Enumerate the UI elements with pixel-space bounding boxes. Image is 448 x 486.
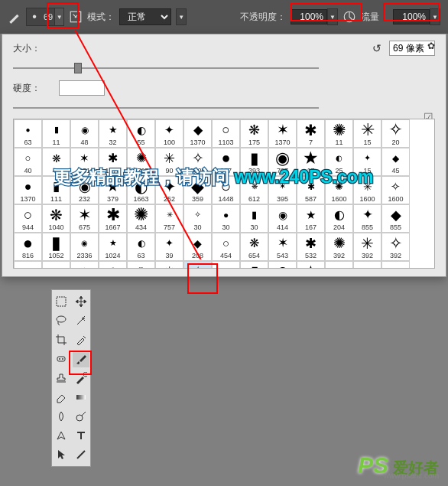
history-brush-tool-icon[interactable] (73, 370, 89, 387)
options-bar: • 69 ▼ 模式： 正常 ▼ 不透明度： ▼ 流量： ▼ (0, 0, 448, 34)
svg-point-4 (57, 316, 66, 322)
brush-preset[interactable]: ●300 (212, 261, 240, 269)
eraser-tool-icon[interactable] (53, 389, 70, 406)
brush-preset[interactable]: ❋654 (240, 233, 268, 261)
dodge-tool-icon[interactable] (73, 408, 89, 425)
brush-preset[interactable]: ❋1040 (42, 204, 70, 233)
wand-tool-icon[interactable] (73, 312, 89, 329)
brush-preset[interactable]: ◐204 (325, 204, 353, 233)
tools-palette (51, 289, 91, 467)
pressure-opacity-icon[interactable] (342, 10, 356, 24)
brush-preset[interactable]: ◉549 (268, 261, 297, 269)
brush-preset[interactable]: ▮30 (240, 204, 268, 233)
brush-preset[interactable]: ★167 (297, 204, 325, 233)
reset-size-icon[interactable]: ↺ (372, 42, 381, 54)
stamp-tool-icon[interactable] (53, 370, 70, 387)
brush-preset[interactable]: ✺376 (127, 261, 155, 269)
brush-preset[interactable]: ●1370 (14, 176, 42, 204)
opacity-input[interactable] (291, 9, 327, 24)
brush-preset[interactable]: ✺11 (325, 119, 353, 148)
brush-tip-icon: • (27, 8, 42, 25)
brush-preset[interactable]: ✳392 (353, 233, 381, 261)
brush-picker-dropdown[interactable]: ▼ (54, 8, 63, 25)
brush-preset[interactable]: ❋344 (42, 261, 70, 269)
brush-preset[interactable]: ▮1052 (42, 233, 70, 261)
flow-input[interactable] (393, 9, 430, 24)
blend-mode-select[interactable]: 正常 (119, 8, 171, 25)
brush-preset[interactable] (325, 261, 353, 269)
brush-preset[interactable]: ✧20 (381, 119, 410, 148)
brush-panel-toggle-icon[interactable] (69, 10, 83, 24)
brush-preset[interactable]: ✶1370 (268, 119, 297, 148)
brush-preset[interactable]: ✳1024 (155, 261, 183, 269)
type-tool-icon[interactable] (73, 427, 89, 444)
brush-preset[interactable]: ✧69 (183, 261, 212, 269)
path-select-tool-icon[interactable] (53, 446, 70, 463)
mode-extra-dropdown[interactable]: ▼ (176, 8, 187, 25)
pen-tool-icon[interactable] (53, 427, 70, 444)
brush-preset[interactable]: ❋175 (240, 119, 268, 148)
brush-preset[interactable]: ◆45 (381, 148, 410, 176)
brush-preset[interactable]: ●816 (14, 233, 42, 261)
patch-tool-icon[interactable] (53, 351, 70, 367)
brush-preset[interactable]: ✶543 (268, 233, 297, 261)
svg-rect-8 (76, 395, 86, 400)
svg-rect-3 (57, 297, 66, 306)
brush-preset[interactable]: ◆855 (381, 204, 410, 233)
brush-preset[interactable]: ◉414 (268, 204, 297, 233)
panel-menu-icon[interactable]: ✿ (427, 41, 435, 51)
watermark-psahz: PS 爱好者 www.psahz.com (358, 452, 439, 478)
opacity-label: 不透明度： (240, 11, 286, 24)
svg-point-7 (62, 358, 63, 360)
brush-size-display: 69 (42, 12, 54, 21)
brush-preset[interactable]: ○40 (14, 148, 42, 176)
brush-picker-panel: 大小： ↺ ✿ 硬度： ☑ ●63▮11◉48★32◐55✦100◆1370○1… (2, 34, 446, 277)
brush-tool-icon[interactable] (73, 351, 89, 367)
brush-preset[interactable]: ○1103 (212, 119, 240, 148)
opacity-dropdown[interactable]: ▼ (327, 8, 338, 25)
brush-preset[interactable] (381, 261, 410, 269)
lasso-tool-icon[interactable] (53, 312, 70, 329)
brush-preset[interactable]: ✱7 (297, 119, 325, 148)
brush-preset[interactable]: ✱312 (99, 261, 127, 269)
brush-preset[interactable]: ✶31 (70, 261, 99, 269)
brush-preset[interactable]: ●63 (14, 119, 42, 148)
mode-label: 模式： (87, 11, 115, 24)
brush-preset[interactable]: ▮15 (240, 261, 268, 269)
svg-line-2 (75, 30, 205, 259)
move-tool-icon[interactable] (73, 293, 89, 310)
crop-tool-icon[interactable] (53, 331, 70, 348)
brush-preset[interactable]: ✳15 (353, 119, 381, 148)
tool-indicator-icon (8, 10, 21, 24)
size-label: 大小： (13, 42, 51, 55)
eyedropper-tool-icon[interactable] (73, 331, 89, 348)
flow-label: 流量： (361, 11, 388, 24)
brush-preset[interactable]: ○454 (212, 233, 240, 261)
brush-preset[interactable]: ○335 (14, 261, 42, 269)
brush-preset[interactable]: ▮11 (42, 119, 70, 148)
svg-rect-5 (57, 357, 65, 361)
blur-tool-icon[interactable] (53, 408, 70, 425)
brush-preset-picker[interactable]: • 69 ▼ (26, 8, 64, 26)
hardness-label: 硬度： (13, 82, 51, 95)
brush-preset[interactable]: ✺392 (325, 233, 353, 261)
flow-dropdown[interactable]: ▼ (430, 8, 440, 25)
marquee-tool-icon[interactable] (53, 293, 70, 310)
svg-point-9 (76, 415, 83, 421)
brush-preset[interactable]: ○944 (14, 204, 42, 233)
brush-preset[interactable]: ●30 (212, 204, 240, 233)
brush-preset[interactable]: ✱532 (297, 233, 325, 261)
brush-preset[interactable]: ★528 (297, 261, 325, 269)
brush-preset[interactable]: ✧1600 (381, 176, 410, 204)
gradient-tool-icon[interactable] (73, 389, 89, 406)
brush-preset[interactable]: ✧392 (381, 233, 410, 261)
annotation-arrow (75, 30, 213, 259)
brush-preset[interactable] (353, 261, 381, 269)
watermark-tutorial: 更多精品教程，请访问 www.240PS.com (54, 165, 373, 189)
line-tool-icon[interactable] (73, 446, 89, 463)
brush-preset[interactable]: ✦855 (353, 204, 381, 233)
svg-point-6 (59, 358, 60, 360)
